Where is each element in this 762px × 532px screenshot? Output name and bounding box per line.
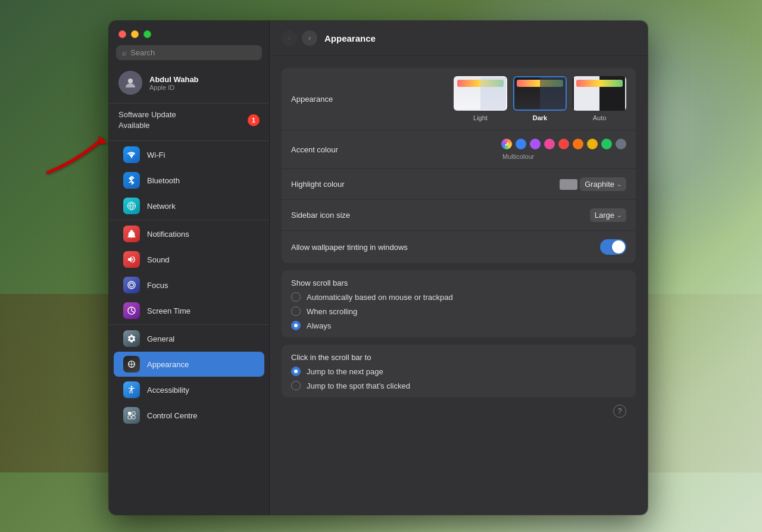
appearance-section: Appearance Light Dark	[282, 68, 636, 263]
color-dot-red[interactable]	[558, 139, 569, 149]
chevron-down-icon: ⌄	[617, 212, 622, 218]
help-button[interactable]: ?	[613, 405, 626, 418]
controlcentre-icon	[123, 407, 140, 424]
click-next-page-option[interactable]: Jump to the next page	[291, 367, 626, 376]
sidebar: ⌕ Abdul Wahab Apple ID	[109, 21, 270, 515]
scroll-auto-label: Automatically based on mouse or trackpad	[307, 293, 453, 302]
scroll-auto-radio[interactable]	[291, 292, 301, 302]
sound-icon	[123, 251, 140, 268]
color-dot-green[interactable]	[601, 139, 612, 149]
sidebar-item-label: Accessibility	[147, 386, 189, 395]
click-spot-radio[interactable]	[291, 381, 301, 390]
notifications-icon	[123, 226, 140, 242]
click-spot-option[interactable]: Jump to the spot that’s clicked	[291, 381, 626, 390]
chevron-down-icon: ⌄	[617, 181, 622, 187]
appearance-option-auto[interactable]: Auto	[573, 76, 626, 121]
main-content: ‹ › Appearance Appearance Light	[270, 21, 648, 515]
appearance-option-dark[interactable]: Dark	[513, 76, 567, 121]
sidebar-item-label: Control Centre	[147, 411, 198, 420]
click-next-page-radio[interactable]	[291, 367, 301, 376]
appearance-option-light[interactable]: Light	[454, 76, 507, 121]
toggle-thumb	[612, 240, 625, 254]
scroll-scrolling-label: When scrolling	[307, 307, 357, 316]
sidebar-item-label: Sound	[147, 255, 170, 264]
svg-rect-8	[128, 416, 131, 419]
scroll-always-radio[interactable]	[291, 321, 301, 330]
sidebar-item-notifications[interactable]: Notifications	[114, 221, 264, 246]
svg-rect-9	[132, 416, 135, 419]
appearance-options: Light Dark Auto	[454, 76, 626, 121]
color-dot-graphite[interactable]	[616, 139, 626, 149]
svg-point-1	[128, 79, 133, 83]
bluetooth-icon	[123, 172, 140, 189]
color-dot-multicolour[interactable]	[501, 139, 512, 149]
forward-button[interactable]: ›	[302, 30, 317, 46]
highlight-colour-dropdown[interactable]: Graphite ⌄	[580, 177, 626, 191]
user-name: Abdul Wahab	[149, 75, 199, 84]
highlight-colour-label: Highlight colour	[291, 180, 345, 189]
sidebar-item-controlcentre[interactable]: Control Centre	[114, 403, 264, 428]
scroll-always-option[interactable]: Always	[291, 321, 626, 330]
color-dot-yellow[interactable]	[587, 139, 598, 149]
fullscreen-button[interactable]	[143, 30, 151, 38]
sidebar-item-accessibility[interactable]: Accessibility	[114, 377, 264, 402]
content-area: Appearance Light Dark	[270, 56, 648, 515]
main-header: ‹ › Appearance	[270, 21, 648, 56]
back-button[interactable]: ‹	[282, 30, 297, 46]
sidebar-item-label: Bluetooth	[147, 176, 180, 185]
auto-thumb	[573, 76, 626, 111]
click-scroll-radio-group: Jump to the next page Jump to the spot t…	[282, 367, 636, 398]
accent-colour-label: Accent colour	[291, 145, 338, 154]
close-button[interactable]	[118, 30, 126, 38]
wallpaper-tinting-row: Allow wallpaper tinting in windows	[282, 231, 636, 263]
scroll-scrolling-radio[interactable]	[291, 306, 301, 316]
software-update-text: Software Update Available	[118, 109, 176, 131]
sidebar-item-wifi[interactable]: Wi-Fi	[114, 142, 264, 167]
highlight-colour-row: Highlight colour Graphite ⌄	[282, 169, 636, 200]
scroll-bars-radio-group: Automatically based on mouse or trackpad…	[282, 292, 636, 337]
sidebar-item-appearance[interactable]: Appearance	[114, 352, 264, 377]
sidebar-item-screentime[interactable]: Screen Time	[114, 298, 264, 323]
sidebar-item-focus[interactable]: Focus	[114, 273, 264, 298]
sidebar-item-label: Notifications	[147, 230, 189, 239]
color-dot-orange[interactable]	[573, 139, 583, 149]
scroll-auto-option[interactable]: Automatically based on mouse or trackpad	[291, 292, 626, 302]
color-dot-purple[interactable]	[530, 139, 541, 149]
sidebar-item-bluetooth[interactable]: Bluetooth	[114, 168, 264, 193]
light-label: Light	[473, 114, 488, 121]
appearance-row: Appearance Light Dark	[282, 68, 636, 130]
system-preferences-window: ⌕ Abdul Wahab Apple ID	[109, 21, 648, 515]
screentime-icon	[123, 302, 140, 319]
minimize-button[interactable]	[131, 30, 139, 38]
general-icon	[123, 330, 140, 347]
show-scroll-bars-title: Show scroll bars	[282, 270, 636, 292]
user-profile[interactable]: Abdul Wahab Apple ID	[109, 66, 269, 102]
accessibility-icon	[123, 381, 140, 398]
page-title: Appearance	[324, 33, 376, 43]
update-badge: 1	[248, 114, 260, 126]
sidebar-item-label: Appearance	[147, 360, 189, 369]
sidebar-item-sound[interactable]: Sound	[114, 247, 264, 272]
color-dot-blue[interactable]	[516, 139, 526, 149]
user-info: Abdul Wahab Apple ID	[149, 75, 199, 91]
sidebar-item-label: General	[147, 334, 174, 343]
network-icon	[123, 198, 140, 214]
search-bar[interactable]: ⌕	[116, 45, 262, 60]
sidebar-item-label: Screen Time	[147, 306, 190, 315]
scroll-scrolling-option[interactable]: When scrolling	[291, 306, 626, 316]
software-update-item[interactable]: Software Update Available 1	[109, 105, 269, 139]
click-scroll-title: Click in the scroll bar to	[282, 345, 636, 367]
sidebar-item-network[interactable]: Network	[114, 193, 264, 218]
sidebar-icon-size-dropdown[interactable]: Large ⌄	[590, 208, 626, 222]
divider	[109, 324, 269, 325]
search-input[interactable]	[130, 48, 256, 57]
accent-colour-row: Accent colour Mu	[282, 130, 636, 169]
wallpaper-tinting-toggle[interactable]	[600, 239, 626, 255]
svg-point-5	[131, 386, 133, 388]
avatar	[118, 71, 142, 95]
wifi-icon	[123, 146, 140, 163]
sidebar-icon-size-label: Sidebar icon size	[291, 211, 350, 220]
color-dot-pink[interactable]	[544, 139, 555, 149]
sidebar-item-general[interactable]: General	[114, 326, 264, 351]
wallpaper-tinting-label: Allow wallpaper tinting in windows	[291, 243, 408, 252]
